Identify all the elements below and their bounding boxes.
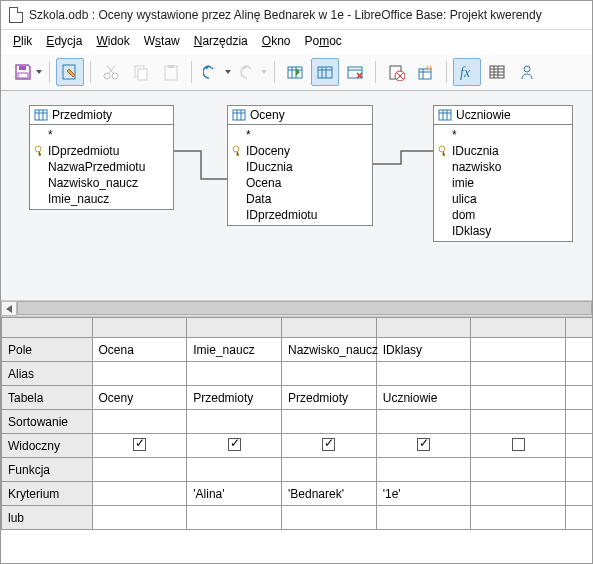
cell-funkcja[interactable] [92,458,187,482]
col-header[interactable] [282,318,377,338]
cell-pole[interactable]: Imie_naucz [187,338,282,362]
field-idprzedmiotu[interactable]: IDprzedmiotu [228,207,372,223]
cell-funkcja[interactable] [282,458,377,482]
field-star[interactable]: * [30,127,173,143]
canvas-scrollbar[interactable] [1,301,592,317]
field-idprzedmiotu[interactable]: IDprzedmiotu [30,143,173,159]
cell-sortowanie[interactable] [566,410,592,434]
delete-button[interactable] [382,58,410,86]
cell-lub[interactable] [187,506,282,530]
paste-button[interactable] [157,58,185,86]
field-star[interactable]: * [228,127,372,143]
run-query-button[interactable] [281,58,309,86]
cell-funkcja[interactable] [187,458,282,482]
design-view-button[interactable] [311,58,339,86]
relation-canvas[interactable]: Przedmioty * IDprzedmiotu NazwaPrzedmiot… [1,91,592,301]
col-header[interactable] [187,318,282,338]
cell-widoczny[interactable] [187,434,282,458]
cell-kryterium[interactable]: 'Alina' [187,482,282,506]
cell-kryterium[interactable] [566,482,592,506]
cell-lub[interactable] [471,506,566,530]
menu-pomoc[interactable]: Pomoc [304,34,341,48]
cell-widoczny[interactable] [471,434,566,458]
cell-kryterium[interactable]: '1e' [376,482,471,506]
cell-sortowanie[interactable] [282,410,377,434]
cell-widoczny[interactable] [92,434,187,458]
cell-alias[interactable] [282,362,377,386]
save-button[interactable] [9,58,37,86]
col-header[interactable] [566,318,592,338]
cell-funkcja[interactable] [471,458,566,482]
cell-tabela[interactable]: Przedmioty [282,386,377,410]
field-nazwaprzedmiotu[interactable]: NazwaPrzedmiotu [30,159,173,175]
edit-mode-button[interactable] [56,58,84,86]
field-idoceny[interactable]: IDoceny [228,143,372,159]
cell-pole[interactable] [566,338,592,362]
field-iducznia[interactable]: IDucznia [434,143,572,159]
cell-kryterium[interactable] [471,482,566,506]
cell-funkcja[interactable] [376,458,471,482]
cell-alias[interactable] [566,362,592,386]
cell-alias[interactable] [376,362,471,386]
menu-plik[interactable]: Plik [13,34,32,48]
checkbox-icon[interactable] [322,438,335,451]
save-dropdown[interactable] [35,70,43,74]
cell-tabela[interactable] [471,386,566,410]
clear-query-button[interactable] [341,58,369,86]
table-name-button[interactable] [483,58,511,86]
cell-pole[interactable]: Nazwisko_naucz [282,338,377,362]
cell-sortowanie[interactable] [471,410,566,434]
cell-lub[interactable] [282,506,377,530]
alias-button[interactable] [513,58,541,86]
redo-dropdown[interactable] [260,70,268,74]
copy-button[interactable] [127,58,155,86]
col-header[interactable] [376,318,471,338]
menu-widok[interactable]: Widok [96,34,129,48]
cell-lub[interactable] [566,506,592,530]
field-nazwisko-naucz[interactable]: Nazwisko_naucz [30,175,173,191]
cell-alias[interactable] [92,362,187,386]
scroll-thumb[interactable] [17,301,592,315]
cell-tabela[interactable]: Uczniowie [376,386,471,410]
cell-sortowanie[interactable] [92,410,187,434]
col-header[interactable] [471,318,566,338]
cell-tabela[interactable]: Przedmioty [187,386,282,410]
cell-pole[interactable] [471,338,566,362]
cell-tabela[interactable]: Oceny [92,386,187,410]
cell-lub[interactable] [92,506,187,530]
checkbox-icon[interactable] [417,438,430,451]
cell-widoczny[interactable] [376,434,471,458]
field-data[interactable]: Data [228,191,372,207]
cell-lub[interactable] [376,506,471,530]
table-uczniowie[interactable]: Uczniowie * IDucznia nazwisko imie ulica… [433,105,573,242]
menu-wstaw[interactable]: Wstaw [144,34,180,48]
menu-edycja[interactable]: Edycja [46,34,82,48]
table-przedmioty[interactable]: Przedmioty * IDprzedmiotu NazwaPrzedmiot… [29,105,174,210]
checkbox-icon[interactable] [133,438,146,451]
cell-widoczny[interactable] [566,434,592,458]
cell-widoczny[interactable] [282,434,377,458]
cell-sortowanie[interactable] [187,410,282,434]
field-imie-naucz[interactable]: Imie_naucz [30,191,173,207]
add-table-button[interactable] [412,58,440,86]
field-ocena[interactable]: Ocena [228,175,372,191]
menu-narzedzia[interactable]: Narzędzia [194,34,248,48]
cell-kryterium[interactable]: 'Bednarek' [282,482,377,506]
field-star[interactable]: * [434,127,572,143]
field-imie[interactable]: imie [434,175,572,191]
field-idklasy[interactable]: IDklasy [434,223,572,239]
cell-alias[interactable] [187,362,282,386]
field-nazwisko[interactable]: nazwisko [434,159,572,175]
undo-dropdown[interactable] [224,70,232,74]
cut-button[interactable] [97,58,125,86]
cell-pole[interactable]: IDklasy [376,338,471,362]
cell-alias[interactable] [471,362,566,386]
field-ulica[interactable]: ulica [434,191,572,207]
redo-button[interactable] [234,58,262,86]
scroll-left-button[interactable] [1,301,17,316]
menu-okno[interactable]: Okno [262,34,291,48]
cell-tabela[interactable] [566,386,592,410]
cell-sortowanie[interactable] [376,410,471,434]
cell-kryterium[interactable] [92,482,187,506]
checkbox-icon[interactable] [512,438,525,451]
